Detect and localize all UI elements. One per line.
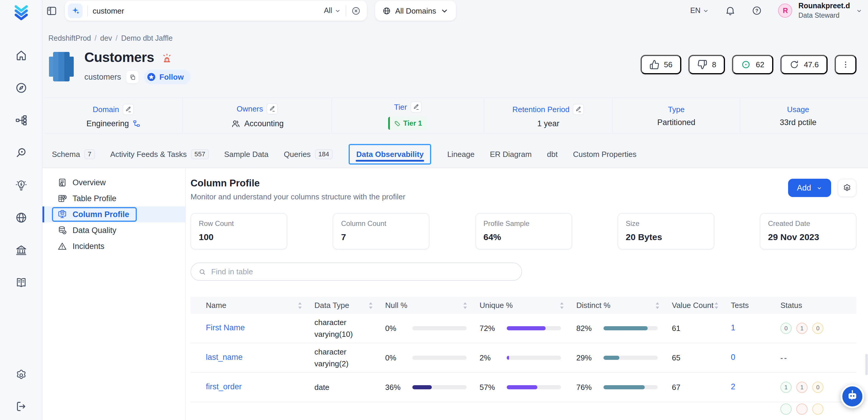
sidebar-item-overview[interactable]: Overview	[42, 175, 185, 190]
tab-data-observability[interactable]: Data Observability	[349, 144, 431, 164]
edit-pencil-icon[interactable]	[267, 103, 278, 114]
sidebar-item-table-profile[interactable]: Table Profile	[42, 190, 185, 206]
tests-link[interactable]: 0	[731, 352, 735, 364]
tier-badge[interactable]: Tier 1	[388, 117, 428, 130]
all-domains-filter[interactable]: All Domains	[375, 1, 456, 21]
sort-icon[interactable]	[655, 301, 660, 309]
tab-lineage[interactable]: Lineage	[447, 150, 474, 158]
column-header-label: Null %	[385, 301, 407, 310]
sidebar-item-data-quality[interactable]: Data Quality	[42, 222, 185, 238]
chatbot-fab[interactable]	[841, 385, 864, 408]
search-input[interactable]	[93, 6, 319, 15]
sidebar-item-incidents[interactable]: Incidents	[42, 238, 185, 254]
bulb-icon[interactable]	[14, 179, 27, 192]
status-pass-badge: 1	[780, 382, 792, 393]
clear-search-icon[interactable]	[351, 6, 361, 16]
meta-type: TypePartitioned	[612, 98, 740, 133]
tab-custom-properties[interactable]: Custom Properties	[573, 150, 637, 158]
column-header-unique-[interactable]: Unique %	[474, 301, 570, 310]
notifications-bell-icon[interactable]	[725, 5, 736, 16]
add-button[interactable]: Add	[788, 179, 831, 197]
find-in-table-input[interactable]	[211, 267, 515, 276]
meta-label-text[interactable]: Domain	[93, 105, 119, 114]
column-header-tests: Tests	[725, 301, 775, 310]
status-fail-badge	[796, 403, 808, 415]
meta-label-text[interactable]: Type	[668, 105, 685, 114]
sidebar-item-column-profile[interactable]: Column Profile	[42, 206, 185, 222]
meta-label-text[interactable]: Retention Period	[512, 105, 569, 114]
tab-queries[interactable]: Queries184	[284, 149, 333, 159]
breadcrumb-item[interactable]: RedshiftProd	[49, 34, 91, 42]
edit-pencil-icon[interactable]	[410, 101, 422, 113]
column-header-data-type[interactable]: Data Type	[309, 301, 379, 310]
refresh-stat-button[interactable]: 47.6	[780, 55, 828, 74]
column-name-link[interactable]: last_name	[206, 352, 243, 364]
help-icon[interactable]: ?	[752, 5, 763, 16]
tests-link[interactable]: 1	[731, 322, 735, 334]
home-icon[interactable]	[14, 49, 27, 62]
sidebar-toggle-icon[interactable]	[46, 5, 57, 16]
search-scope-select[interactable]: All	[324, 6, 341, 15]
lens-eye-icon[interactable]	[14, 146, 27, 159]
breadcrumb-item[interactable]: dev	[100, 34, 112, 42]
status-pass-badge: 0	[780, 323, 792, 334]
meta-label-text[interactable]: Tier	[394, 102, 407, 112]
tab-er-diagram[interactable]: ER Diagram	[490, 150, 532, 158]
language-select[interactable]: EN	[690, 6, 709, 15]
global-search[interactable]: All	[65, 1, 367, 21]
scrollbar-thumb[interactable]	[865, 354, 868, 375]
edit-pencil-icon[interactable]	[573, 103, 584, 115]
sort-icon[interactable]	[297, 301, 303, 309]
find-in-table[interactable]	[190, 263, 522, 281]
column-header-name[interactable]: Name	[190, 301, 309, 310]
column-header-value-count[interactable]: Value Count	[666, 301, 725, 310]
user-menu[interactable]: R Rounakpreet.d Data Steward	[778, 2, 862, 20]
tab-label: Lineage	[447, 150, 474, 158]
column-header-distinct-[interactable]: Distinct %	[570, 301, 666, 310]
sort-icon[interactable]	[368, 301, 373, 309]
flow-icon[interactable]	[14, 114, 27, 127]
meta-label: Type	[668, 105, 685, 114]
settings-gear-icon[interactable]	[838, 179, 857, 197]
gear-icon[interactable]	[14, 369, 27, 382]
sort-icon[interactable]	[462, 301, 468, 309]
copy-icon[interactable]	[127, 71, 139, 83]
atlan-logo-icon[interactable]	[12, 3, 30, 21]
meta-label: Usage	[787, 105, 809, 114]
meta-label-text[interactable]: Owners	[237, 104, 263, 113]
column-name-link[interactable]: first_order	[206, 381, 242, 393]
column-header-status: Status	[775, 301, 857, 310]
tab-activity-feeds-tasks[interactable]: Activity Feeds & Tasks557	[110, 149, 209, 159]
table-row	[190, 402, 857, 420]
column-header-null-[interactable]: Null %	[379, 301, 474, 310]
bank-icon[interactable]	[14, 244, 27, 257]
hierarchy-link-icon[interactable]	[132, 119, 140, 127]
tab-sample-data[interactable]: Sample Data	[224, 150, 269, 158]
follow-button[interactable]: Follow	[144, 69, 191, 84]
meta-label-text[interactable]: Usage	[787, 105, 809, 114]
edit-pencil-icon[interactable]	[123, 103, 134, 115]
tab-schema[interactable]: Schema7	[52, 149, 95, 159]
asset-title-block: Customers customers Follow	[84, 50, 191, 84]
tab-dbt[interactable]: dbt	[547, 150, 558, 158]
tests-link[interactable]: 2	[731, 381, 735, 393]
cell-distinct-pct: 82%	[570, 323, 666, 334]
panel-title: Column Profile	[190, 178, 405, 189]
globe-icon[interactable]	[14, 211, 27, 224]
thumbs-down-stat-button[interactable]: 8	[688, 55, 725, 74]
breadcrumb-item[interactable]: Demo dbt Jaffle	[121, 34, 173, 42]
alert-siren-icon[interactable]	[161, 51, 174, 64]
circle-dot-stat-button[interactable]: 62	[732, 55, 773, 74]
compass-icon[interactable]	[14, 82, 27, 94]
asset-stats: 5686247.6	[640, 55, 857, 84]
stat-card-label: Size	[626, 219, 706, 228]
sort-icon[interactable]	[714, 301, 719, 309]
percent-bar	[412, 356, 467, 360]
thumbs-up-icon	[649, 60, 659, 69]
thumbs-up-stat-button[interactable]: 56	[640, 55, 681, 74]
book-icon[interactable]	[14, 276, 27, 289]
logout-icon[interactable]	[14, 400, 27, 413]
column-name-link[interactable]: First Name	[206, 322, 245, 334]
sort-icon[interactable]	[559, 301, 564, 309]
more-actions-button[interactable]	[835, 55, 857, 74]
